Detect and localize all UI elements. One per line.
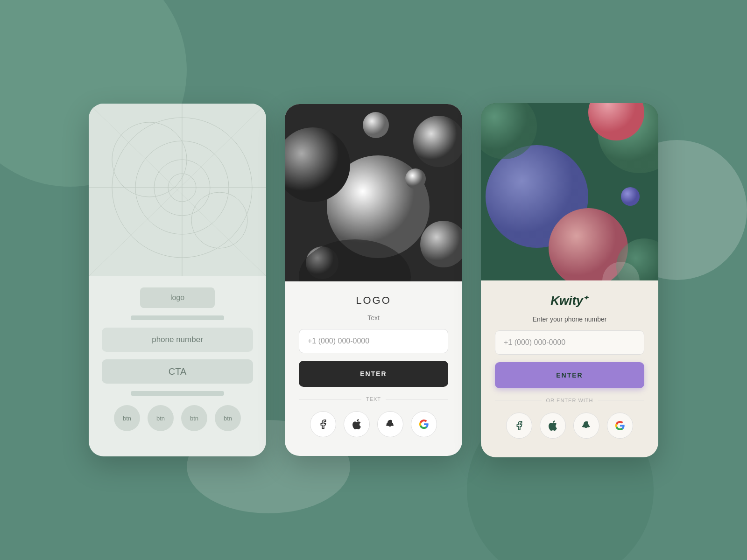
color-card: Kwity✦ Enter your phone number +1 (000) …: [481, 103, 658, 457]
wireframe-social-buttons: btn btn btn btn: [102, 405, 253, 431]
wireframe-btn-2[interactable]: btn: [148, 405, 174, 431]
color-phone-placeholder: +1 (000) 000-0000: [504, 338, 565, 347]
dark-phone-input[interactable]: +1 (000) 000-0000: [299, 329, 448, 353]
dark-image-area: [285, 104, 462, 281]
color-logo-suffix: ✦: [583, 294, 589, 301]
wireframe-btn-4[interactable]: btn: [215, 405, 241, 431]
dark-phone-placeholder: +1 (000) 000-0000: [308, 337, 369, 345]
wireframe-btn-3[interactable]: btn: [181, 405, 207, 431]
color-snapchat-button[interactable]: [573, 413, 599, 439]
dark-logo: LOGO: [299, 294, 448, 307]
svg-point-13: [363, 112, 389, 138]
wireframe-svg: [89, 104, 266, 276]
wireframe-btn-1[interactable]: btn: [114, 405, 140, 431]
color-social-icons: [495, 413, 644, 439]
dark-balls-svg: [285, 104, 462, 281]
wireframe-card: logo phone number CTA btn btn btn btn: [89, 104, 266, 456]
wireframe-image-area: [89, 104, 266, 276]
color-divider-row: OR ENTER WITH: [495, 398, 644, 403]
wireframe-text-bar: [131, 315, 224, 320]
cards-container: logo phone number CTA btn btn btn btn: [89, 103, 658, 457]
dark-facebook-button[interactable]: [310, 411, 336, 437]
dark-divider-left: [299, 399, 361, 399]
dark-snapchat-button[interactable]: [377, 411, 403, 437]
wireframe-content: logo phone number CTA btn btn btn btn: [89, 276, 266, 442]
dark-enter-button[interactable]: ENTER: [299, 361, 448, 387]
svg-point-16: [405, 168, 426, 189]
wireframe-cta-button[interactable]: CTA: [102, 359, 253, 384]
wireframe-logo: logo: [140, 287, 215, 308]
color-balls-svg: [481, 103, 658, 280]
dark-divider-row: TEXT: [299, 396, 448, 402]
dark-google-button[interactable]: [411, 411, 437, 437]
dark-divider-text: TEXT: [366, 396, 381, 402]
dark-card: LOGO Text +1 (000) 000-0000 ENTER TEXT: [285, 104, 462, 456]
color-logo-text: Kwity: [550, 294, 583, 308]
dark-text-label: Text: [299, 314, 448, 322]
color-divider-right: [598, 400, 645, 400]
color-divider-left: [495, 400, 542, 400]
svg-point-4: [112, 122, 187, 197]
dark-apple-button[interactable]: [344, 411, 370, 437]
color-phone-input[interactable]: +1 (000) 000-0000: [495, 330, 644, 355]
color-divider-text: OR ENTER WITH: [546, 398, 593, 403]
color-google-button[interactable]: [607, 413, 633, 439]
color-image-area: [481, 103, 658, 280]
color-content: Kwity✦ Enter your phone number +1 (000) …: [481, 280, 658, 439]
color-subtitle: Enter your phone number: [495, 315, 644, 323]
svg-point-14: [420, 221, 462, 267]
svg-point-23: [621, 187, 640, 206]
svg-point-12: [413, 116, 462, 167]
wireframe-phone-input[interactable]: phone number: [102, 328, 253, 352]
dark-content: LOGO Text +1 (000) 000-0000 ENTER TEXT: [285, 281, 462, 437]
dark-divider-right: [386, 399, 448, 399]
color-enter-button[interactable]: ENTER: [495, 362, 644, 388]
color-facebook-button[interactable]: [506, 413, 532, 439]
svg-point-5: [191, 192, 247, 248]
wireframe-divider: [131, 391, 224, 396]
dark-social-icons: [299, 411, 448, 437]
color-logo: Kwity✦: [495, 294, 644, 308]
color-apple-button[interactable]: [540, 413, 566, 439]
